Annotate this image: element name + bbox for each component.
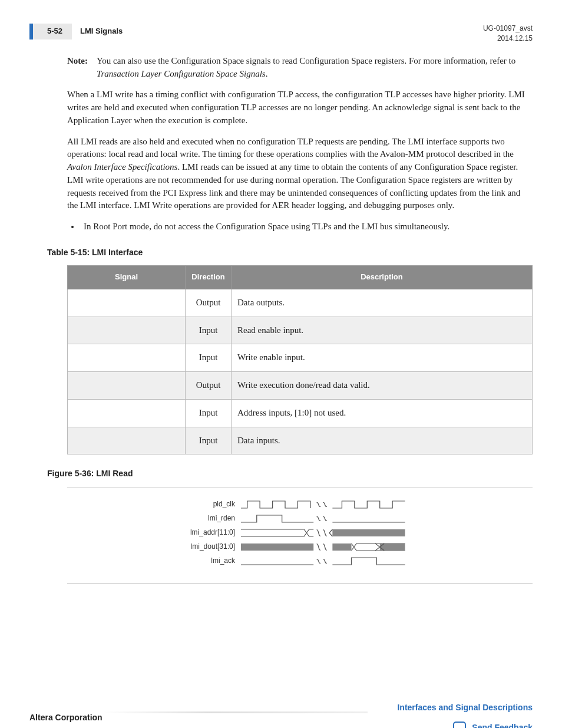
doc-date: 2014.12.15 [483, 34, 533, 44]
th-signal: Signal [68, 266, 186, 289]
footer-corporation: Altera Corporation [29, 711, 103, 723]
signal-label: lmi_dout[31:0] [182, 542, 241, 552]
page-footer: Altera Corporation Interfaces and Signal… [29, 701, 533, 728]
footer-link-interfaces[interactable]: Interfaces and Signal Descriptions [397, 701, 533, 713]
send-feedback-button[interactable]: Send Feedback [397, 722, 533, 728]
bus-wave [241, 528, 418, 538]
table-row: Output Write execution done/read data va… [68, 372, 533, 400]
clock-wave [241, 499, 418, 510]
page-number: 5-52 [29, 24, 72, 39]
timing-diagram-figure: pld_clk lmi_rden l [67, 487, 533, 584]
signal-label: lmi_ack [182, 556, 241, 566]
signal-wave [241, 556, 418, 566]
bus-wave [241, 542, 418, 552]
lmi-interface-table: Signal Direction Description Output Data… [67, 265, 533, 454]
note-block: Note: You can also use the Configuration… [67, 55, 533, 81]
section-title: LMI Signals [80, 26, 123, 37]
table-row: Input Write enable input. [68, 344, 533, 372]
svg-rect-1 [241, 543, 313, 551]
paragraph-2: All LMI reads are also held and executed… [67, 136, 533, 213]
th-description: Description [232, 266, 533, 289]
table-row: Input Read enable input. [68, 317, 533, 344]
paragraph-1: When a LMI write has a timing conflict w… [67, 88, 533, 127]
table-row: Input Address inputs, [1:0] not used. [68, 399, 533, 427]
table-row: Input Data inputs. [68, 427, 533, 454]
doc-id: UG-01097_avst [483, 24, 533, 34]
feedback-icon [453, 722, 466, 728]
note-text: You can also use the Configuration Space… [97, 55, 533, 81]
figure-title: Figure 5-36: LMI Read [47, 467, 533, 479]
bullet-item: In Root Port mode, do not access the Con… [80, 220, 533, 233]
note-label: Note: [67, 55, 97, 81]
signal-wave [241, 513, 418, 524]
bullet-list: In Root Port mode, do not access the Con… [67, 220, 533, 233]
page-header: 5-52 LMI Signals UG-01097_avst 2014.12.1… [29, 24, 533, 44]
table-row: Output Data outputs. [68, 289, 533, 317]
svg-rect-0 [332, 529, 405, 536]
signal-label: lmi_rden [182, 513, 241, 523]
signal-label: pld_clk [182, 499, 241, 509]
svg-rect-3 [380, 543, 405, 551]
svg-rect-2 [332, 543, 351, 551]
signal-label: lmi_addr[11:0] [182, 528, 241, 538]
table-title: Table 5-15: LMI Interface [47, 246, 533, 258]
feedback-label: Send Feedback [472, 722, 533, 728]
th-direction: Direction [186, 266, 232, 289]
